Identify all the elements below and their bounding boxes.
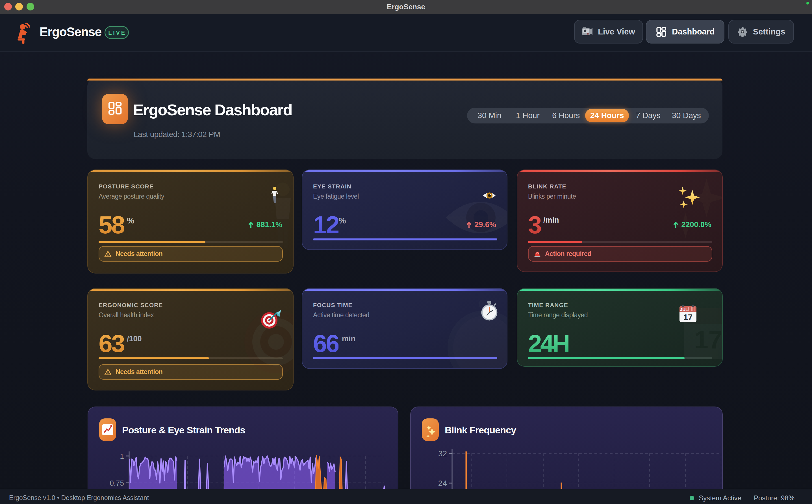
svg-text:32: 32 xyxy=(438,449,447,458)
svg-text:24: 24 xyxy=(438,479,447,488)
svg-text:JUL: JUL xyxy=(680,307,688,312)
svg-text:0.75: 0.75 xyxy=(110,479,124,487)
svg-text:1: 1 xyxy=(120,452,124,460)
svg-text:17: 17 xyxy=(683,313,692,322)
svg-text:17: 17 xyxy=(694,325,722,354)
